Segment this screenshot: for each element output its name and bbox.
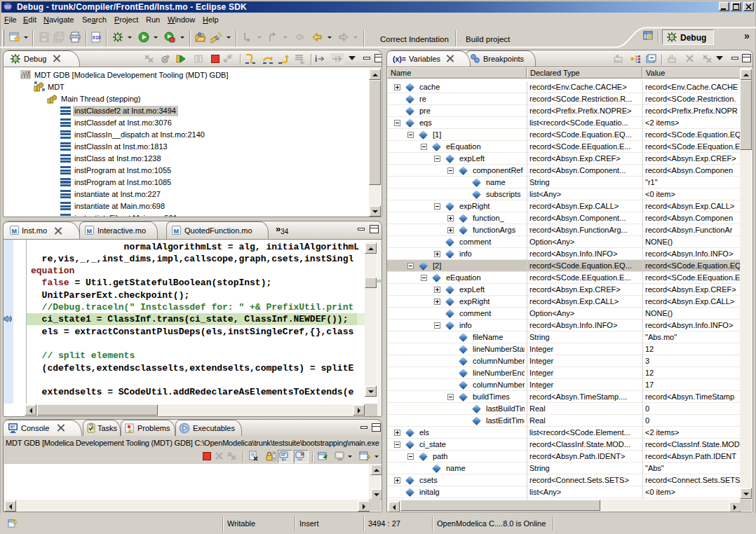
svg-text:M: M bbox=[87, 228, 93, 235]
svg-text:M: M bbox=[12, 228, 18, 235]
svg-text:(x)=: (x)= bbox=[393, 55, 406, 63]
svg-text:M: M bbox=[174, 228, 180, 235]
svg-text:i: i bbox=[315, 54, 318, 64]
